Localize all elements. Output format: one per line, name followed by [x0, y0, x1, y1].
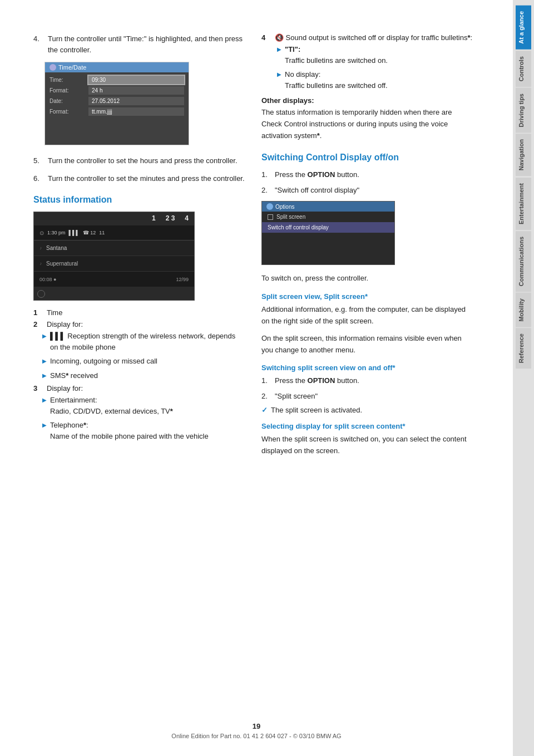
track-1-row: ♪ Santana	[34, 240, 194, 256]
selecting-split-text: When the split screen is switched on, yo…	[261, 434, 473, 457]
sidebar-tab-controls[interactable]: Controls	[516, 51, 531, 87]
track-time-row: 00:08 ● 12/99	[34, 271, 194, 287]
status-bar: ⊙ 1:30 pm ▌▌▌ ☎ 12 11	[34, 225, 194, 240]
step-5: 5. Turn the controller to set the hours …	[33, 155, 245, 166]
status-item-3: 3 Display for: ▶ Entertainment:Radio, CD…	[33, 384, 245, 441]
step-6: 6. Turn the controller to set the minute…	[33, 173, 245, 184]
step-6-text: Turn the controller to set the minutes a…	[48, 173, 245, 184]
split-screen-option: Split screen	[262, 212, 394, 222]
options-header: Options	[262, 202, 394, 212]
step-4: 4. Turn the controller until "Time:" is …	[33, 33, 245, 55]
sidebar-tab-reference[interactable]: Reference	[516, 328, 531, 369]
status-item-2: 2 Display for: ▶ ▌▌▌ Reception strength …	[33, 320, 245, 381]
timedate-title: Time/Date	[58, 64, 86, 71]
split-screen-text-1: Additional information, e.g. from the co…	[261, 304, 473, 327]
options-screenshot: Options Split screen Switch off control …	[261, 201, 395, 265]
status-label-numbers: 1 2 3 4	[152, 214, 189, 222]
sidebar-tab-navigation[interactable]: Navigation	[516, 134, 531, 176]
timedate-screenshot: Time/Date Time: 09:30 Format: 24 h Date:	[44, 62, 189, 145]
page-number: 19	[0, 722, 513, 730]
switching-split-heading: Switching split screen view on and off*	[261, 364, 473, 372]
step-6-number: 6.	[33, 173, 43, 184]
split-screen-text-2: On the split screen, this information re…	[261, 333, 473, 356]
step-4-text: Turn the controller until "Time:" is hig…	[48, 33, 245, 55]
sidebar-tab-at-a-glance[interactable]: At a glance	[516, 6, 531, 50]
timedate-header: Time/Date	[45, 62, 189, 72]
activated-text: ✓ The split screen is activated.	[261, 406, 473, 414]
other-displays-text: The status information is temporarily hi…	[261, 107, 473, 141]
sidebar-tab-driving-tips[interactable]: Driving tips	[516, 88, 531, 133]
control-step-1: 1. Press the OPTION button.	[261, 169, 473, 180]
status-item-1: 1 Time	[33, 308, 245, 317]
footer-text: Online Edition for Part no. 01 41 2 604 …	[171, 733, 341, 739]
status-screenshot: 1 2 3 4 ⊙ 1:30 pm ▌▌▌ ☎ 12 11 ♪ Santana	[33, 212, 195, 301]
sidebar-tabs: At a glance Controls Driving tips Naviga…	[513, 0, 534, 756]
switch-off-option: Switch off control display	[262, 222, 394, 233]
sidebar-tab-entertainment[interactable]: Entertainment	[516, 178, 531, 230]
switching-control-heading: Switching Control Display off/on	[261, 153, 473, 163]
split-step-1: 1. Press the OPTION button.	[261, 375, 473, 386]
switch-on-text: To switch on, press the controller.	[261, 273, 473, 284]
split-step-2: 2. "Split screen"	[261, 391, 473, 402]
left-column: 4. Turn the controller until "Time:" is …	[33, 33, 245, 734]
step-5-text: Turn the controller to set the hours and…	[48, 155, 245, 166]
selecting-split-heading: Selecting display for split screen conte…	[261, 422, 473, 430]
control-step-2: 2. "Switch off control display"	[261, 185, 473, 196]
status-section-heading: Status information	[33, 195, 245, 205]
step-4-number: 4.	[33, 33, 43, 55]
other-displays-heading: Other displays:	[261, 96, 473, 105]
page-footer: 19 Online Edition for Part no. 01 41 2 6…	[0, 722, 513, 739]
split-screen-heading: Split screen view, Split screen*	[261, 292, 473, 301]
right-column: 4 🔇 Sound output is switched off or disp…	[261, 33, 473, 734]
sidebar-tab-mobility[interactable]: Mobility	[516, 293, 531, 327]
step-5-number: 5.	[33, 155, 43, 166]
timedate-rows: Time: 09:30 Format: 24 h Date: 27.05.201…	[45, 72, 189, 121]
checkmark-icon: ✓	[261, 406, 268, 414]
other-displays: Other displays: The status information i…	[261, 96, 473, 141]
right-step-4: 4 🔇 Sound output is switched off or disp…	[261, 33, 473, 91]
sidebar-tab-communications[interactable]: Communications	[516, 231, 531, 292]
track-2-row: ♪ Supernatural	[34, 256, 194, 271]
